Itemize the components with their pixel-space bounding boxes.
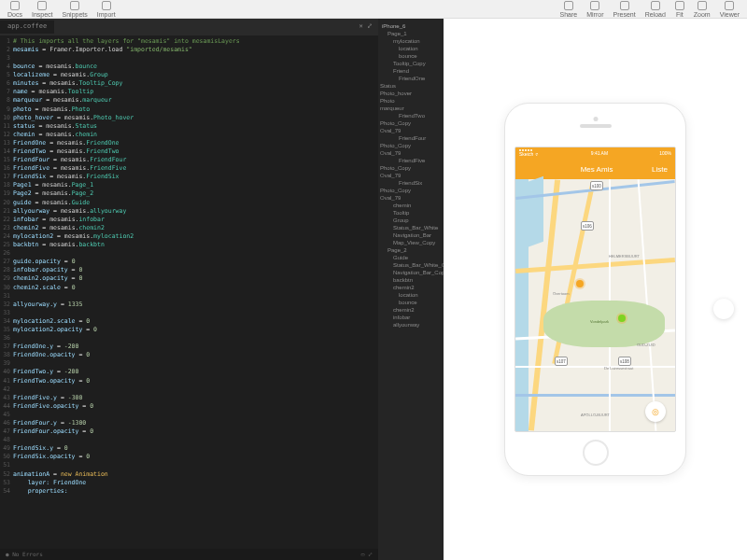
code-line[interactable] [13,359,378,368]
layer-item[interactable]: Navigation_Bar [380,231,442,239]
code-line[interactable]: mylocation2 = mesamis.mylocation2 [13,232,378,241]
layer-item[interactable]: chemin [380,202,442,209]
code-line[interactable]: mylocation2.scale = 0 [13,317,378,326]
code-line[interactable] [13,411,378,419]
code-line[interactable] [13,461,378,469]
friend-pin[interactable] [618,315,626,322]
code-line[interactable]: FriendTwo.y = -200 [13,368,378,376]
layer-item[interactable]: Photo_hover [380,90,442,97]
layer-item[interactable]: location [380,45,442,52]
code-line[interactable]: FriendFive.opacity = 0 [13,402,378,411]
toolbar-docs[interactable]: Docs [7,1,22,18]
code-line[interactable]: # This imports all the layers for "mesam… [13,37,378,46]
layer-item[interactable]: Navigation_Bar_Copy [380,269,442,276]
code-line[interactable]: properties: [13,487,378,496]
code-line[interactable]: chemin = mesamis.chemin [13,131,378,139]
code-line[interactable]: animationA = new Animation [13,470,378,479]
layer-item[interactable]: infobar [380,314,442,321]
preview-knob[interactable] [713,299,734,319]
layer-item[interactable]: Status [380,82,442,90]
layer-item[interactable]: Group [380,217,442,224]
layer-item[interactable]: Tooltip [380,209,442,217]
layer-item[interactable]: chemin2 [380,284,442,291]
code-line[interactable]: chemin2.opacity = 0 [13,274,378,283]
code-line[interactable] [13,385,378,394]
code-line[interactable]: Page2 = mesamis.Page_2 [13,189,378,198]
code-line[interactable]: FriendFive = mesamis.FriendFive [13,164,378,173]
code-line[interactable]: FriendFive.y = -300 [13,394,378,402]
toolbar-zoom[interactable]: Zoom [694,1,711,18]
code-line[interactable]: photo = mesamis.Photo [13,105,378,114]
layer-item[interactable]: Guide [380,254,442,261]
code-line[interactable]: chemin2 = mesamis.chemin2 [13,224,378,232]
code-line[interactable] [13,309,378,317]
layer-item[interactable]: Status_Bar_White [380,224,442,231]
layer-item[interactable]: FriendSix [380,179,442,187]
layer-item[interactable]: Oval_79 [380,194,442,202]
code-line[interactable]: FriendSix = mesamis.FriendSix [13,173,378,181]
toolbar-viewer[interactable]: Viewer [720,1,740,18]
layer-item[interactable]: Friend [380,67,442,75]
locate-button[interactable]: ◎ [645,401,666,422]
toolbar-snippets[interactable]: Snippets [63,1,88,18]
layer-item[interactable]: FriendOne [380,75,442,82]
layer-item[interactable]: Oval_79 [380,172,442,179]
layer-item[interactable]: Oval_79 [380,127,442,134]
toolbar-mirror[interactable]: Mirror [586,1,603,18]
layer-item[interactable]: FriendFour [380,134,442,142]
layer-item[interactable]: Photo_Copy [380,187,442,194]
code-editor[interactable]: app.coffee ✕ ⤢ 1234567891011121314151617… [0,19,378,560]
layer-item[interactable]: Page_2 [380,246,442,254]
code-line[interactable]: FriendTwo = mesamis.FriendTwo [13,147,378,156]
code-line[interactable]: guide.opacity = 0 [13,258,378,266]
layer-item[interactable]: bounce [380,299,442,306]
code-line[interactable]: mylocation2.opacity = 0 [13,326,378,334]
code-line[interactable]: marqueur = mesamis.marqueur [13,96,378,105]
layer-item[interactable]: Tooltip_Copy [380,60,442,67]
code-line[interactable]: localizeme = mesamis.Group [13,71,378,79]
code-line[interactable]: infobar = mesamis.infobar [13,216,378,224]
code-line[interactable] [13,54,378,63]
layer-item[interactable]: chemin2 [380,306,442,314]
code-line[interactable]: layer: FriendOne [13,479,378,487]
location-pin[interactable] [576,280,584,287]
code-line[interactable]: FriendTwo.opacity = 0 [13,377,378,385]
layer-item[interactable]: bounce [380,52,442,60]
layer-panel[interactable]: iPhone_6 Page_1mylocationlocationbounceT… [378,19,444,560]
code-line[interactable]: photo_hover = mesamis.Photo_hover [13,114,378,122]
layer-item[interactable]: Map_View_Copy [380,239,442,246]
layer-item[interactable]: marqueur [380,105,442,112]
code-line[interactable]: infobar.opacity = 0 [13,266,378,274]
code-line[interactable]: mesamis = Framer.Importer.load "imported… [13,46,378,54]
code-line[interactable]: guide = mesamis.Guide [13,199,378,207]
code-line[interactable]: bounce = mesamis.bounce [13,63,378,71]
code-line[interactable]: name = mesamis.Tooltip [13,88,378,96]
toolbar-present[interactable]: Present [613,1,636,18]
layer-item[interactable]: Photo_Copy [380,164,442,172]
device-screen[interactable]: Sketch ᯤ 9:41 AM 100% Mes Amis Liste [514,147,676,432]
layer-item[interactable]: FriendFive [380,157,442,164]
toolbar-share[interactable]: Share [560,1,578,18]
code-line[interactable]: allyourway.y = 1335 [13,301,378,309]
editor-tab[interactable]: app.coffee [0,21,54,34]
code-line[interactable]: chemin2.scale = 0 [13,284,378,292]
code-line[interactable] [13,334,378,343]
layer-item[interactable]: mylocation [380,37,442,45]
toolbar-inspect[interactable]: Inspect [32,1,53,18]
map-view[interactable]: s100 s106 s107 s108 HELMERSBUURT Overtoo… [515,179,675,431]
layer-item[interactable]: Photo_Copy [380,142,442,149]
code-line[interactable]: FriendOne.opacity = 0 [13,351,378,359]
layer-item[interactable]: Status_Bar_White_Copy [380,261,442,269]
layer-item[interactable]: Oval_79 [380,149,442,157]
layer-item[interactable]: backbtn [380,276,442,284]
layer-item[interactable]: Photo [380,97,442,105]
layer-item[interactable]: FriendTwo [380,112,442,119]
code-line[interactable]: FriendSix.opacity = 0 [13,453,378,461]
code-line[interactable] [13,436,378,444]
toolbar-import[interactable]: Import [97,1,116,18]
code-line[interactable]: FriendFour.y = -1300 [13,419,378,427]
code-line[interactable]: FriendFour = mesamis.FriendFour [13,156,378,164]
code-line[interactable]: Page1 = mesamis.Page_1 [13,181,378,189]
layer-item[interactable]: Photo_Copy [380,119,442,127]
code-line[interactable]: status = mesamis.Status [13,122,378,131]
